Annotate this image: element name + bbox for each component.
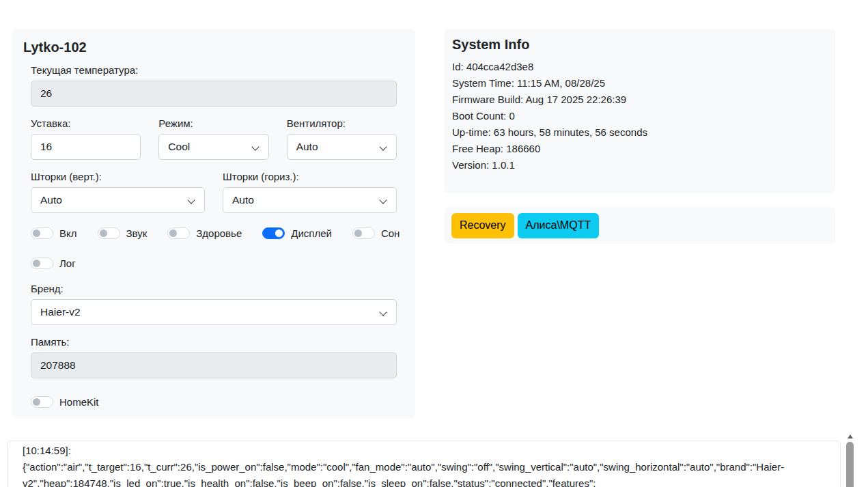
chevron-down-icon [379, 143, 387, 150]
info-line-firmware-build: Firmware Build: Aug 17 2025 22:26:39 [452, 92, 828, 108]
fan-select[interactable]: Auto [287, 134, 397, 160]
toggle-knob [33, 260, 40, 267]
info-line-uptime: Up-time: 63 hours, 58 minutes, 56 second… [452, 124, 828, 141]
brand-select[interactable]: Haier-v2 [31, 299, 397, 325]
chevron-down-icon [187, 196, 195, 204]
louver-horizontal-select-value: Auto [232, 194, 254, 206]
chevron-down-icon [379, 196, 387, 204]
toggle-homekit-track[interactable] [31, 396, 53, 408]
louver-vertical-select-value: Auto [40, 194, 62, 206]
scrollbar-thumb[interactable] [846, 442, 854, 487]
toggle-knob [169, 229, 177, 237]
toggle-power-track[interactable] [31, 227, 53, 239]
info-line-version: Version: 1.0.1 [452, 157, 828, 173]
setpoint-input[interactable] [31, 134, 141, 160]
toggle-sound[interactable]: Звук [98, 227, 148, 239]
toggle-knob [33, 229, 40, 237]
scrollbar[interactable] [845, 430, 854, 487]
row-louvers: Шторки (верт.): Auto Шторки (гориз.): Au… [31, 171, 397, 213]
scroll-up-icon[interactable] [848, 434, 853, 439]
toggle-log[interactable]: Лог [31, 258, 76, 269]
mode-select-value: Cool [168, 141, 190, 153]
current-temp-input [31, 81, 397, 107]
brand-select-value: Haier-v2 [40, 306, 81, 318]
info-line-free-heap: Free Heap: 186660 [452, 141, 828, 157]
actions-card: Recovery Алиса\MQTT [445, 207, 835, 244]
memory-input [31, 352, 397, 378]
log-line-message: v2","heap":184748,"is_led_on":true,"is_h… [23, 475, 830, 487]
toggle-row-homekit: HomeKit [31, 396, 397, 408]
system-info-card: System Info Id: 404cca42d3e8 System Time… [445, 29, 835, 193]
memory-label: Память: [31, 336, 397, 348]
log-output[interactable]: [10:14:59]: {"action":"air","t_target":1… [7, 441, 841, 487]
toggle-health-track[interactable] [167, 227, 190, 239]
log-line-message: {"action":"air","t_target":16,"t_curr":2… [23, 459, 830, 475]
louver-horizontal-label: Шторки (гориз.): [223, 171, 397, 182]
fan-label: Вентилятор: [287, 117, 397, 129]
system-info-title: System Info [452, 37, 828, 53]
toggle-knob [275, 229, 283, 237]
toggle-display[interactable]: Дисплей [262, 227, 332, 239]
chevron-down-icon [379, 308, 387, 316]
louver-horizontal-select[interactable]: Auto [223, 187, 397, 213]
toggle-row-log: Лог [31, 258, 397, 269]
toggle-sound-track[interactable] [98, 227, 120, 239]
toggle-knob [100, 229, 107, 237]
louver-vertical-select[interactable]: Auto [31, 187, 205, 213]
mode-label: Режим: [158, 117, 268, 129]
mode-select[interactable]: Cool [158, 134, 268, 160]
fan-select-value: Auto [296, 141, 318, 153]
chevron-down-icon [251, 143, 259, 150]
toggle-sleep[interactable]: Сон [352, 227, 400, 239]
device-title: Lytko-102 [23, 40, 404, 55]
toggle-display-track[interactable] [262, 227, 285, 239]
current-temp-label: Текущая температура: [31, 64, 397, 76]
brand-label: Бренд: [31, 283, 397, 294]
device-form: Текущая температура: Уставка: Режим: Coo… [23, 64, 404, 408]
toggle-row-main: Вкл Звук Здоровье Дисплей Сон [31, 227, 397, 239]
toggle-health[interactable]: Здоровье [167, 227, 242, 239]
toggle-homekit[interactable]: HomeKit [31, 396, 99, 408]
toggle-power[interactable]: Вкл [31, 227, 77, 239]
toggle-knob [33, 398, 40, 406]
row-setpoint-mode-fan: Уставка: Режим: Cool Вентилятор: Auto [31, 117, 397, 160]
info-line-system-time: System Time: 11:15 AM, 08/28/25 [452, 75, 828, 92]
recovery-button[interactable]: Recovery [451, 213, 514, 238]
toggle-knob [354, 229, 362, 237]
info-line-boot-count: Boot Count: 0 [452, 108, 828, 124]
toggle-log-track[interactable] [31, 258, 53, 269]
louver-vertical-label: Шторки (верт.): [31, 171, 205, 182]
log-line-timestamp: [10:14:59]: [23, 443, 830, 459]
setpoint-label: Уставка: [31, 117, 141, 129]
device-card: Lytko-102 Текущая температура: Уставка: … [12, 29, 415, 419]
toggle-sleep-track[interactable] [352, 227, 375, 239]
info-line-id: Id: 404cca42d3e8 [452, 59, 828, 75]
alice-mqtt-button[interactable]: Алиса\MQTT [518, 213, 600, 238]
